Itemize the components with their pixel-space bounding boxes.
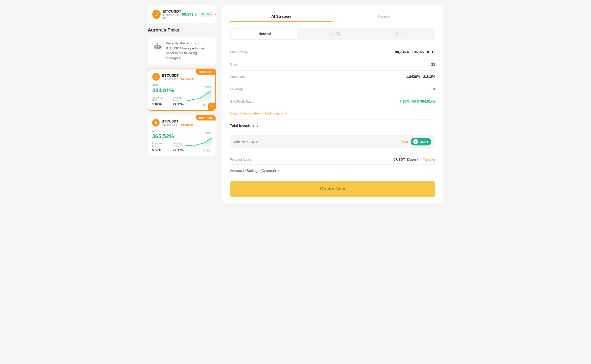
header-card: ₿ BTCUSDT Futures Grid Bot 98,872.5 +0.8…	[148, 5, 216, 23]
profit-grid-label: Profit/Grid	[230, 75, 245, 79]
aurora-message: Recently, the returns of BTCUSDT have pe…	[166, 41, 212, 60]
grid-profit-label: Grid Profit Ratio	[230, 100, 253, 103]
funding-right: 0 USDT Deposit | Transfer	[393, 158, 435, 161]
help-icon[interactable]: ?	[336, 32, 340, 36]
drawdown-label-2: Drawdown Ratio	[152, 142, 168, 148]
total-investment-label: Total Investment	[230, 124, 435, 132]
tabs: AI Strategy Manual	[230, 11, 435, 22]
total-investment-section: Total Investment Max T USDT	[230, 119, 435, 155]
volatility-label-2: Volatility Ratio	[173, 142, 187, 148]
info-rows: Price Range 90,735.4 - 106,927 USDT Grid…	[230, 46, 435, 107]
header-card-left: ₿ BTCUSDT Futures Grid Bot	[152, 9, 182, 19]
profit-grid-value: 1.8426% - 2.212%	[406, 75, 435, 79]
funding-amount: 0 USDT	[393, 158, 405, 161]
volatility-value-1: 72.17%	[173, 102, 186, 106]
high-yield-badge-2: High Yield	[196, 115, 216, 120]
max-button[interactable]: Max	[402, 140, 408, 144]
apr-value-1: 384.81%	[152, 87, 186, 94]
high-yield-badge-1: High Yield	[196, 69, 215, 75]
chart-svg-1	[186, 90, 211, 102]
strategy-symbol-2: BTCUSDT	[162, 119, 193, 123]
mode-neutral[interactable]: Neutral	[231, 29, 298, 39]
usdt-icon: T	[413, 139, 418, 144]
transfer-link[interactable]: Transfer	[423, 158, 435, 161]
create-now-button[interactable]: Create Now	[230, 181, 435, 197]
info-row-grid-profit: Grid Profit Ratio 7.38% (APR 384.81%)	[230, 95, 435, 107]
drawdown-label-1: Drawdown Ratio	[152, 96, 168, 102]
chevron-down-icon: ▾	[278, 169, 279, 172]
advanced-settings-row[interactable]: Advanced Settings (Optional) ▾	[230, 165, 435, 177]
strategy-info-2: BTCUSDT Futures Grid | Neutral3x	[162, 119, 193, 126]
strategy-sub-1: Futures Grid | Neutral3x	[162, 77, 194, 80]
tab-ai-strategy[interactable]: AI Strategy	[230, 11, 333, 22]
usdt-label: USDT	[420, 140, 429, 144]
info-row-profit-grid: Profit/Grid 1.8426% - 2.212%	[230, 71, 435, 83]
strategy-type-2: Neutral3x	[181, 123, 193, 126]
strategy-card-2[interactable]: High Yield ₿ BTCUSDT Futures Grid | Neut…	[148, 115, 216, 156]
advanced-settings-label: Advanced Settings (Optional)	[230, 169, 276, 173]
btc-icon-1: ₿	[152, 73, 160, 81]
header-bot-type: Futures Grid Bot	[163, 13, 182, 19]
chart-top-2: 7.01%	[204, 132, 212, 135]
drawdown-2: Drawdown Ratio 5.83%	[152, 142, 168, 152]
leverage-label: Leverage	[230, 87, 244, 91]
deposit-link[interactable]: Deposit	[407, 158, 418, 161]
strategy-symbol-1: BTCUSDT	[162, 73, 194, 77]
tab-manual[interactable]: Manual	[333, 11, 435, 22]
strategy-type-1: Neutral3x	[181, 77, 194, 80]
header-price: 98,872.5 +0.83% ▾	[182, 12, 216, 17]
grid-profit-value: 7.38% (APR 384.81%)	[399, 99, 435, 103]
drawdown-value-1: 5.97%	[152, 102, 168, 106]
price-value: 98,872.5	[182, 12, 197, 16]
strategy-info-1: BTCUSDT Futures Grid | Neutral3x	[162, 73, 194, 80]
bot-type-1: Futures Grid	[162, 77, 177, 80]
strategy-body-1: APR 384.81% Drawdown Ratio 5.97% Volatil…	[152, 84, 211, 106]
price-range-label: Price Range	[230, 50, 248, 54]
usdt-badge: T USDT	[411, 138, 431, 145]
chevron-down-icon[interactable]: ▾	[215, 13, 216, 16]
btc-icon-2: ₿	[152, 119, 160, 127]
chart-svg-2	[186, 136, 212, 148]
strategy-sub-2: Futures Grid | Neutral3x	[162, 123, 193, 126]
separator: |	[420, 158, 421, 161]
stats-row-2: Drawdown Ratio 5.83% Volatility Ratio 72…	[152, 142, 186, 152]
apr-label-1: APR	[152, 84, 186, 87]
copy-params-link[interactable]: Copy bot parameters to trading page →	[230, 107, 435, 119]
header-info: BTCUSDT Futures Grid Bot	[163, 9, 182, 19]
grids-label: Grids	[230, 63, 238, 66]
right-panel: AI Strategy Manual Neutral Long ? Short …	[222, 5, 443, 203]
apr-value-2: 365.52%	[152, 133, 186, 140]
funding-row: Funding Account 0 USDT Deposit | Transfe…	[230, 155, 435, 165]
mode-short[interactable]: Short	[367, 29, 434, 39]
checkmark-icon-1: ✓	[208, 103, 215, 110]
mode-selector: Neutral Long ? Short	[230, 28, 435, 40]
aurora-robot-icon: 🤖	[152, 41, 163, 52]
mode-long-label: Long	[326, 32, 333, 36]
copy-params-text: Copy bot parameters to trading page →	[230, 111, 287, 115]
investment-input-row: Max T USDT	[230, 135, 435, 148]
leverage-value: 3	[433, 87, 435, 91]
apr-label-2: APR	[152, 130, 186, 133]
investment-input[interactable]	[234, 140, 402, 144]
drawdown-value-2: 5.83%	[152, 148, 168, 152]
bot-type-2: Futures Grid	[162, 123, 177, 126]
funding-label: Funding Account	[230, 158, 254, 161]
grids-value: 21	[431, 62, 435, 66]
price-range-value: 90,735.4 - 106,927 USDT	[395, 50, 435, 54]
section-title: Aurora's Picks	[148, 27, 216, 33]
stats-row-1: Drawdown Ratio 5.97% Volatility Ratio 72…	[152, 96, 186, 106]
info-row-grids: Grids 21	[230, 58, 435, 71]
mini-chart-1: 7.38% 8D ROI	[186, 86, 211, 106]
strategy-card-1[interactable]: High Yield ₿ BTCUSDT Futures Grid | Neut…	[148, 69, 216, 111]
price-change: +0.83%	[199, 12, 213, 17]
header-symbol: BTCUSDT	[163, 9, 182, 13]
strategy-left-2: APR 365.52% Drawdown Ratio 5.83% Volatil…	[152, 130, 186, 152]
mode-long[interactable]: Long ?	[299, 29, 366, 39]
aurora-card: 🤖 Recently, the returns of BTCUSDT have …	[148, 37, 216, 65]
volatility-1: Volatility Ratio 72.17%	[173, 96, 186, 106]
volatility-value-2: 72.17%	[173, 148, 187, 152]
chart-top-1: 7.38%	[204, 86, 211, 89]
info-row-price-range: Price Range 90,735.4 - 106,927 USDT	[230, 46, 435, 58]
volatility-2: Volatility Ratio 72.17%	[173, 142, 187, 152]
mini-chart-2: 7.01% 8D ROI	[186, 132, 212, 152]
